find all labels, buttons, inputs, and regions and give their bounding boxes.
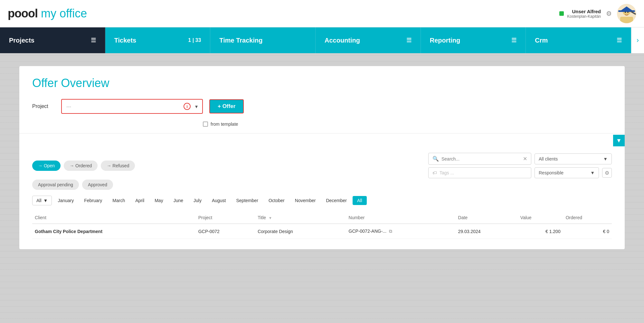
- responsible-chevron-icon: ▼: [590, 170, 595, 175]
- responsible-dropdown[interactable]: Responsible ▼: [535, 167, 599, 178]
- month-march[interactable]: March: [108, 196, 129, 205]
- user-status-dot: [559, 11, 564, 16]
- td-number: GCP-0072-ANG-... ⧉: [346, 224, 456, 239]
- offers-table: Client Project Title ▼ Number Date Value…: [32, 212, 612, 239]
- tags-placeholder: Tags ...: [440, 170, 454, 175]
- nav-item-reporting[interactable]: Reporting ☰: [421, 27, 526, 53]
- month-september[interactable]: September: [232, 196, 263, 205]
- td-value: € 1.200: [518, 224, 563, 239]
- tags-box[interactable]: 🏷 Tags ...: [428, 167, 531, 178]
- search-input[interactable]: [441, 156, 520, 162]
- month-january[interactable]: January: [53, 196, 78, 205]
- month-february[interactable]: February: [80, 196, 107, 205]
- nav-label-accounting: Accounting: [325, 37, 360, 44]
- month-december[interactable]: December: [321, 196, 351, 205]
- title-sort-icon: ▼: [269, 216, 272, 220]
- filter-refused-button[interactable]: → Refused: [101, 161, 135, 171]
- th-ordered: Ordered: [563, 212, 612, 224]
- tickets-badge: 1 | 33: [188, 37, 201, 43]
- table-settings-icon[interactable]: ⚙: [602, 168, 612, 178]
- filter-refused-label: → Refused: [107, 163, 129, 168]
- th-title[interactable]: Title ▼: [255, 212, 346, 224]
- nav-item-crm[interactable]: Crm ☰: [526, 27, 631, 53]
- filter-approval-pending-label: Approval pending: [38, 182, 73, 187]
- month-november[interactable]: November: [290, 196, 320, 205]
- nav-scroll-right[interactable]: ›: [631, 27, 644, 53]
- th-project: Project: [196, 212, 255, 224]
- filter-approved-button[interactable]: Approved: [82, 180, 113, 190]
- clients-chevron-icon: ▼: [603, 156, 608, 162]
- main-nav: Projects ☰ Tickets 1 | 33 Time Tracking …: [0, 27, 644, 53]
- responsible-label: Responsible: [539, 170, 564, 175]
- project-row: Project --- i ▾ + Offer: [32, 99, 612, 114]
- search-icon: 🔍: [432, 156, 439, 162]
- content-area: Offer Overview Project --- i ▾ + Offer f…: [0, 53, 644, 323]
- filter-ordered-label: → Ordered: [70, 163, 92, 168]
- tags-row: 🏷 Tags ... Responsible ▼ ⚙: [428, 167, 612, 178]
- filter-right: 🔍 ✕ All clients ▼ 🏷 Tags ...: [428, 153, 612, 178]
- avatar: [617, 4, 636, 23]
- nav-item-accounting[interactable]: Accounting ☰: [316, 27, 421, 53]
- filter-approved-label: Approved: [88, 182, 107, 187]
- project-select-dropdown[interactable]: --- i ▾: [61, 99, 203, 114]
- month-august[interactable]: August: [207, 196, 231, 205]
- main-card: Offer Overview Project --- i ▾ + Offer f…: [19, 66, 625, 249]
- th-client: Client: [32, 212, 196, 224]
- month-october[interactable]: October: [264, 196, 289, 205]
- logo-light: my office: [41, 7, 87, 20]
- filter-open-button[interactable]: → Open: [32, 161, 61, 171]
- nav-label-reporting: Reporting: [430, 37, 460, 44]
- clients-dropdown[interactable]: All clients ▼: [535, 153, 612, 164]
- td-ordered: € 0: [563, 224, 612, 239]
- add-offer-button[interactable]: + Offer: [209, 99, 244, 113]
- user-name: Unser Alfred: [567, 9, 601, 14]
- copy-icon[interactable]: ⧉: [389, 229, 392, 234]
- svg-point-6: [625, 12, 626, 13]
- user-details: Unser Alfred Kostenplan-Kapitän: [567, 9, 601, 19]
- logo-bold: poool: [8, 7, 38, 20]
- month-all-chevron: ▼: [43, 198, 48, 203]
- settings-icon[interactable]: ⚙: [606, 10, 612, 17]
- month-april[interactable]: April: [131, 196, 149, 205]
- td-title: Corporate Design: [255, 224, 346, 239]
- table-row: Gotham City Police Department GCP-0072 C…: [32, 224, 612, 239]
- month-all-active[interactable]: All: [353, 196, 367, 205]
- nav-item-time-tracking[interactable]: Time Tracking: [210, 27, 316, 53]
- nav-item-projects[interactable]: Projects ☰: [0, 27, 105, 53]
- project-select-placeholder: ---: [66, 104, 181, 109]
- nav-label-tickets: Tickets: [114, 37, 137, 44]
- search-box[interactable]: 🔍 ✕: [428, 153, 531, 165]
- search-clear-icon[interactable]: ✕: [523, 156, 527, 162]
- app-header: poool my office Unser Alfred Kostenplan-…: [0, 0, 644, 27]
- filter-approval-pending-button[interactable]: Approval pending: [32, 180, 79, 190]
- hamburger-icon-crm: ☰: [617, 37, 622, 44]
- hamburger-icon-reporting: ☰: [511, 37, 516, 44]
- app-logo: poool my office: [8, 7, 87, 20]
- project-info-icon: i: [184, 103, 191, 110]
- month-all-dropdown[interactable]: All ▼: [32, 196, 52, 205]
- month-june[interactable]: June: [169, 196, 188, 205]
- nav-label-crm: Crm: [535, 37, 548, 44]
- td-date: 29.03.2024: [456, 224, 518, 239]
- nav-label-projects: Projects: [9, 37, 34, 44]
- user-info: Unser Alfred Kostenplan-Kapitän: [559, 9, 601, 19]
- nav-item-tickets[interactable]: Tickets 1 | 33: [105, 27, 211, 53]
- th-value: Value: [518, 212, 563, 224]
- expand-button[interactable]: ▼: [613, 135, 625, 146]
- nav-label-time-tracking: Time Tracking: [219, 37, 262, 44]
- month-all-label: All: [36, 198, 42, 203]
- tag-icon: 🏷: [432, 170, 437, 175]
- svg-point-7: [627, 12, 629, 13]
- svg-rect-2: [620, 17, 633, 23]
- filter-left: → Open → Ordered → Refused: [32, 161, 135, 171]
- clients-label: All clients: [539, 156, 558, 162]
- from-template-row: from template: [203, 122, 612, 127]
- project-chevron-icon: ▾: [195, 103, 198, 110]
- th-number: Number: [346, 212, 456, 224]
- header-user-area: Unser Alfred Kostenplan-Kapitän ⚙: [559, 4, 636, 23]
- month-july[interactable]: July: [189, 196, 206, 205]
- month-may[interactable]: May: [150, 196, 167, 205]
- filter-ordered-button[interactable]: → Ordered: [64, 161, 98, 171]
- search-row: 🔍 ✕ All clients ▼: [428, 153, 612, 165]
- from-template-checkbox[interactable]: [203, 122, 208, 127]
